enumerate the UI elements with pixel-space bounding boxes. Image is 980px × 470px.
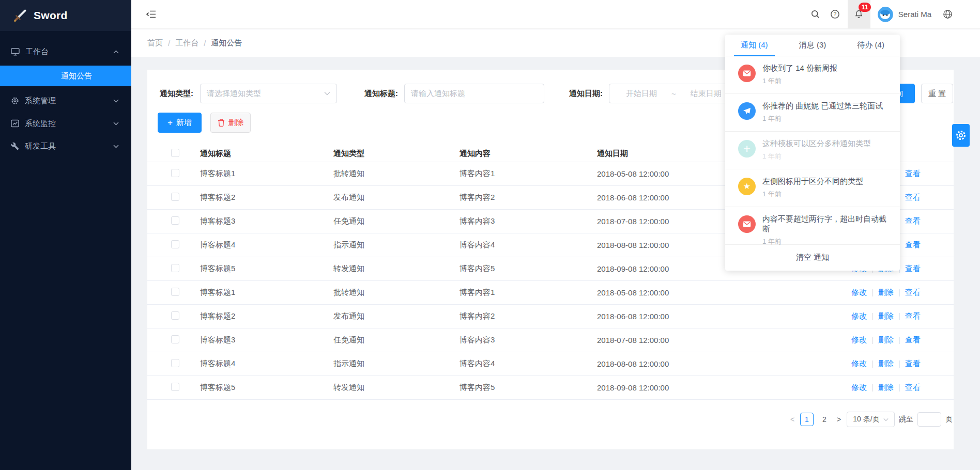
notification-list: 你收到了 14 份新周报1 年前你推荐的 曲妮妮 已通过第三轮面试1 年前+这种… bbox=[725, 56, 900, 245]
action-separator: | bbox=[871, 383, 874, 391]
prev-page-icon[interactable]: < bbox=[789, 415, 796, 424]
view-link[interactable]: 查看 bbox=[905, 359, 921, 368]
edit-link[interactable]: 修改 bbox=[851, 288, 867, 296]
cell-notice-date: 2018-05-08 12:00:00 bbox=[597, 288, 752, 297]
view-link[interactable]: 查看 bbox=[905, 169, 921, 178]
mail-icon bbox=[738, 65, 756, 82]
row-checkbox[interactable] bbox=[171, 335, 179, 343]
delete-link[interactable]: 删除 bbox=[878, 335, 894, 344]
edit-link[interactable]: 修改 bbox=[851, 383, 867, 391]
row-checkbox[interactable] bbox=[171, 288, 179, 296]
notification-bell[interactable]: 11 bbox=[848, 0, 870, 28]
sidebar-item-system-admin[interactable]: 系统管理 bbox=[0, 89, 131, 112]
reset-button[interactable]: 重 置 bbox=[921, 84, 953, 103]
jump-page-input[interactable] bbox=[917, 412, 941, 427]
action-separator: | bbox=[871, 359, 874, 368]
notice-title-input[interactable]: 请输入通知标题 bbox=[404, 84, 544, 103]
row-checkbox[interactable] bbox=[171, 359, 179, 367]
cell-notice-type: 发布通知 bbox=[333, 193, 460, 202]
delete-link[interactable]: 删除 bbox=[878, 311, 894, 320]
row-checkbox[interactable] bbox=[171, 169, 179, 177]
action-separator: | bbox=[898, 288, 900, 296]
edit-link[interactable]: 修改 bbox=[851, 311, 867, 320]
notice-date-range-input[interactable]: 开始日期 ~ 结束日期 bbox=[609, 84, 742, 103]
notice-type-select[interactable]: 请选择通知类型 bbox=[200, 84, 337, 103]
table-row: 博客标题5转发通知博客内容52018-09-08 12:00:00修改|删除|查… bbox=[147, 376, 954, 400]
clear-notifications-button[interactable]: 清空 通知 bbox=[725, 245, 900, 270]
cell-notice-content: 博客内容5 bbox=[460, 264, 597, 274]
cell-notice-title: 博客标题4 bbox=[200, 240, 333, 250]
delete-link[interactable]: 删除 bbox=[878, 359, 894, 368]
row-checkbox[interactable] bbox=[171, 383, 179, 391]
cell-notice-content: 博客内容1 bbox=[460, 288, 597, 297]
notification-item[interactable]: 内容不要超过两行字，超出时自动截断1 年前 bbox=[725, 207, 900, 245]
notification-time: 1 年前 bbox=[762, 237, 891, 246]
view-link[interactable]: 查看 bbox=[905, 264, 921, 273]
view-link[interactable]: 查看 bbox=[905, 335, 921, 344]
select-all-checkbox[interactable] bbox=[171, 149, 179, 157]
header-actions: ? 11 Serati Ma bbox=[806, 0, 955, 28]
page-button-1[interactable]: 1 bbox=[800, 413, 814, 426]
sidebar-item-system-monitor[interactable]: 系统监控 bbox=[0, 112, 131, 135]
cell-actions: 修改|删除|查看 bbox=[752, 288, 941, 297]
breadcrumb-workbench[interactable]: 工作台 bbox=[175, 38, 198, 48]
theme-settings-button[interactable] bbox=[952, 124, 970, 147]
row-checkbox[interactable] bbox=[171, 264, 179, 272]
tab-notifications[interactable]: 通知 (4) bbox=[725, 35, 784, 56]
cell-notice-content: 博客内容4 bbox=[460, 359, 597, 369]
sidebar-item-dev-tools[interactable]: 研发工具 bbox=[0, 135, 131, 158]
row-checkbox[interactable] bbox=[171, 240, 179, 248]
notification-badge: 11 bbox=[859, 3, 871, 12]
sidebar: Sword 工作台 通知公告 系统管理 bbox=[0, 0, 131, 470]
page-size-value: 10 条/页 bbox=[853, 415, 879, 424]
page-size-select[interactable]: 10 条/页 bbox=[847, 412, 895, 427]
delete-link[interactable]: 删除 bbox=[878, 383, 894, 391]
page-button-2[interactable]: 2 bbox=[818, 413, 831, 426]
sidebar-item-workbench[interactable]: 工作台 bbox=[0, 40, 131, 63]
tab-messages[interactable]: 消息 (3) bbox=[784, 35, 842, 56]
sidebar-item-notice-active[interactable]: 通知公告 bbox=[0, 66, 131, 86]
cell-notice-date: 2018-06-08 12:00:00 bbox=[597, 312, 752, 321]
delete-button[interactable]: 删除 bbox=[210, 113, 251, 133]
row-checkbox[interactable] bbox=[171, 311, 179, 320]
avatar[interactable] bbox=[878, 7, 893, 22]
notification-item[interactable]: +这种模板可以区分多种通知类型1 年前 bbox=[725, 132, 900, 169]
cell-notice-title: 博客标题1 bbox=[200, 288, 333, 297]
app-logo[interactable]: Sword bbox=[0, 0, 131, 31]
view-link[interactable]: 查看 bbox=[905, 311, 921, 320]
delete-link[interactable]: 删除 bbox=[878, 288, 894, 296]
notification-title: 你收到了 14 份新周报 bbox=[762, 63, 837, 73]
menu-fold-icon[interactable] bbox=[146, 9, 157, 20]
view-link[interactable]: 查看 bbox=[905, 240, 921, 249]
edit-link[interactable]: 修改 bbox=[851, 335, 867, 344]
user-name[interactable]: Serati Ma bbox=[898, 10, 931, 19]
notice-type-label: 通知类型: bbox=[160, 89, 200, 99]
row-checkbox[interactable] bbox=[171, 193, 179, 201]
next-page-icon[interactable]: > bbox=[835, 415, 843, 424]
notification-item[interactable]: ★左侧图标用于区分不同的类型1 年前 bbox=[725, 169, 900, 207]
notification-item[interactable]: 你推荐的 曲妮妮 已通过第三轮面试1 年前 bbox=[725, 94, 900, 132]
add-button[interactable]: + 新增 bbox=[158, 113, 202, 133]
chevron-down-icon bbox=[113, 122, 119, 126]
table-row: 博客标题4指示通知博客内容42018-08-08 12:00:00修改|删除|查… bbox=[147, 352, 954, 376]
view-link[interactable]: 查看 bbox=[905, 288, 921, 296]
action-separator: | bbox=[898, 335, 900, 344]
notice-title-placeholder: 请输入通知标题 bbox=[411, 89, 465, 99]
notice-title-label: 通知标题: bbox=[364, 89, 404, 99]
search-icon[interactable] bbox=[806, 0, 825, 28]
breadcrumb-home[interactable]: 首页 bbox=[147, 38, 163, 48]
notice-type-placeholder: 请选择通知类型 bbox=[207, 89, 261, 99]
view-link[interactable]: 查看 bbox=[905, 383, 921, 391]
view-link[interactable]: 查看 bbox=[905, 216, 921, 225]
help-icon[interactable]: ? bbox=[825, 0, 845, 28]
edit-link[interactable]: 修改 bbox=[851, 359, 867, 368]
tab-todos[interactable]: 待办 (4) bbox=[841, 35, 900, 56]
cell-notice-content: 博客内容1 bbox=[460, 169, 597, 179]
gear-icon bbox=[11, 97, 19, 105]
globe-icon[interactable] bbox=[940, 0, 955, 28]
row-checkbox[interactable] bbox=[171, 216, 179, 225]
sword-logo-icon bbox=[13, 9, 27, 22]
cell-notice-type: 批转通知 bbox=[333, 169, 460, 179]
view-link[interactable]: 查看 bbox=[905, 193, 921, 201]
notification-item[interactable]: 你收到了 14 份新周报1 年前 bbox=[725, 56, 900, 94]
